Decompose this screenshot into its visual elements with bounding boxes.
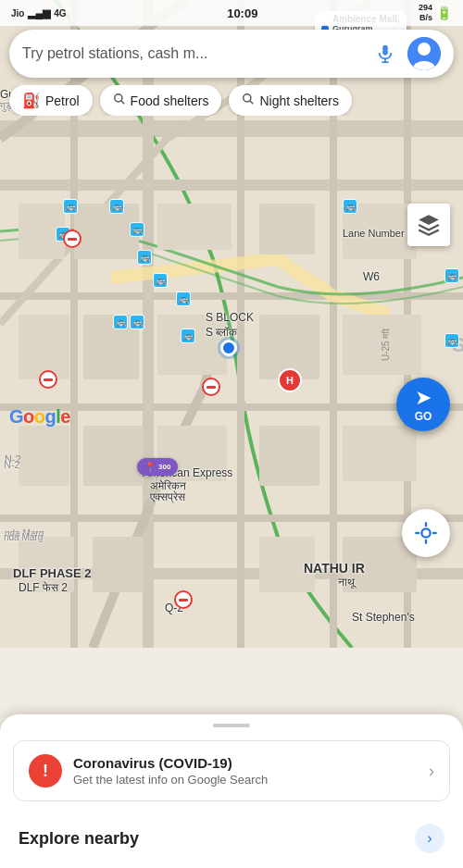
american-express-marker[interactable]: 📍 300 [137,458,178,476]
svg-text:U-25 मft: U-25 मft [381,329,391,361]
status-right: 294B/s 🔋 [419,3,452,23]
mic-button[interactable] [369,37,402,70]
chip-petrol[interactable]: ⛽ Petrol [9,85,93,116]
status-time: 10:09 [227,6,257,20]
chip-petrol-label: Petrol [45,93,80,108]
layers-button[interactable] [407,204,450,246]
status-bar: Jio ▂▄▆ 4G 10:09 294B/s 🔋 [0,0,463,26]
svg-rect-23 [83,426,144,486]
my-location-button[interactable] [402,509,450,557]
covid-alert-icon: ! [29,754,62,787]
explore-nearby-row[interactable]: Explore nearby › [0,814,463,859]
svg-text:nda Marg: nda Marg [5,528,44,539]
no-entry-sign [39,370,57,389]
svg-line-46 [250,100,254,104]
drag-handle[interactable] [213,724,250,727]
explore-nearby-arrow[interactable]: › [415,824,444,853]
explore-nearby-label: Explore nearby [19,829,139,849]
svg-rect-29 [259,537,315,592]
svg-text:N-2: N-2 [5,453,21,465]
svg-rect-22 [19,426,69,486]
signal-icon: ▂▄▆ [28,7,50,19]
bus-marker: 🚌 [153,273,168,288]
bus-marker: 🚌 [109,199,124,214]
filter-chips-row: ⛽ Petrol Food shelters Night shelters [0,85,463,116]
bus-marker: 🚌 [130,315,144,329]
location-icon [413,520,439,546]
bus-marker: 🚌 [181,329,195,343]
google-logo: Google [9,406,70,428]
svg-rect-27 [19,537,74,592]
petrol-icon: ⛽ [22,92,41,109]
chip-night-shelters-label: Night shelters [259,93,339,108]
svg-rect-1 [0,120,463,137]
bus-marker: 🚌 [444,333,459,348]
food-search-icon [113,93,126,109]
bus-marker: 🚌 [130,222,144,237]
no-entry-sign [63,229,81,248]
svg-rect-19 [157,315,227,375]
hotel-marker[interactable]: H [278,368,302,392]
svg-rect-15 [259,204,315,254]
battery-icon: 🔋 [436,6,452,20]
bus-marker: 🚌 [176,291,191,306]
chip-food-shelters[interactable]: Food shelters [100,85,222,116]
svg-rect-25 [259,426,319,486]
covid-chevron-right: › [429,762,434,781]
bus-marker: 🚌 [137,250,152,265]
covid-exclamation: ! [43,762,48,781]
covid-title: Coronavirus (COVID-19) [73,755,418,771]
covid-text-block: Coronavirus (COVID-19) Get the latest in… [73,755,418,787]
explore-arrow-icon: › [427,830,432,847]
bus-marker: 🚌 [343,199,357,214]
no-entry-sign [202,378,220,396]
carrier-text: Jio [11,8,24,19]
search-bar[interactable]: Try petrol stations, cash m... [9,30,454,78]
network-type: 4G [54,8,66,19]
covid-card[interactable]: ! Coronavirus (COVID-19) Get the latest … [13,740,450,801]
user-location-dot [220,340,237,356]
bus-marker: 🚌 [444,268,459,283]
bus-marker: 🚌 [63,199,78,214]
mic-icon [375,43,395,64]
go-label: GO [415,410,432,423]
avatar-image [407,37,441,70]
user-avatar[interactable] [407,37,441,70]
amex-label: 300 [158,463,170,471]
svg-point-35 [421,528,430,537]
chip-food-shelters-label: Food shelters [131,93,209,108]
go-button[interactable]: ➤ GO [396,378,450,431]
svg-point-43 [114,93,121,101]
svg-point-45 [244,93,251,101]
bottom-panel: ! Coronavirus (COVID-19) Get the latest … [0,714,463,868]
covid-subtitle: Get the latest info on Google Search [73,773,418,787]
svg-rect-28 [93,537,144,592]
status-left: Jio ▂▄▆ 4G [11,7,67,19]
svg-rect-14 [157,204,232,250]
go-arrow-icon: ➤ [415,386,432,410]
amex-icon: 📍 [144,462,156,472]
search-input-text[interactable]: Try petrol stations, cash m... [22,45,369,62]
svg-line-44 [120,100,124,104]
svg-rect-40 [382,45,388,56]
night-search-icon [242,93,255,109]
chip-night-shelters[interactable]: Night shelters [229,85,352,116]
layers-icon [417,213,441,237]
data-speed: 294B/s [419,3,432,23]
no-entry-sign [174,590,193,609]
bus-marker: 🚌 [113,315,128,329]
svg-rect-26 [343,426,417,481]
svg-rect-17 [19,315,69,379]
